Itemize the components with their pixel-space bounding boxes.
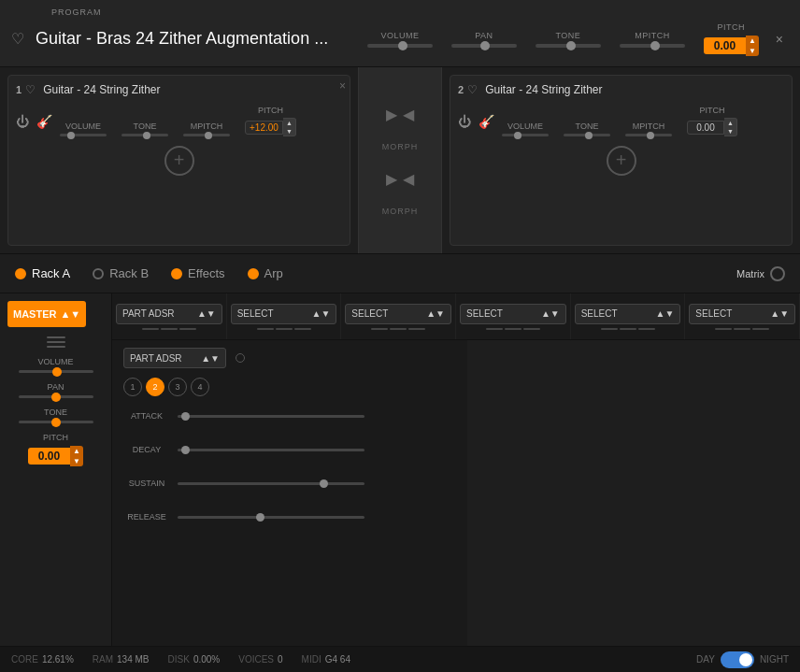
layer-1-pitch-up[interactable]: ▲ <box>283 119 295 127</box>
left-tone-slider[interactable] <box>19 421 93 423</box>
layer-1-pitch-down[interactable]: ▼ <box>283 127 295 136</box>
layer-1-close[interactable]: × <box>339 79 346 93</box>
left-pitch-down[interactable]: ▼ <box>70 456 83 466</box>
decay-slider[interactable] <box>178 449 364 451</box>
disk-label: DISK <box>168 654 190 665</box>
effect-chevron-5: ▲▼ <box>770 308 789 319</box>
layer-2-pitch-up[interactable]: ▲ <box>724 119 736 127</box>
attack-slider[interactable] <box>178 415 364 418</box>
effect-line-1-1 <box>257 328 274 330</box>
tab-arp[interactable]: Arp <box>248 266 283 280</box>
effect-line-4-1 <box>601 328 618 330</box>
part-adsr-chevron: ▲▼ <box>201 353 220 364</box>
effect-slot-3: SELECT ▲▼ <box>456 293 571 339</box>
morph-left-arrow[interactable]: ▶ <box>386 106 397 123</box>
morph-arrows-bottom: ▶ ◀ <box>386 170 414 188</box>
add-layer-1-button[interactable]: + <box>164 146 194 176</box>
nav-tabs: Rack A Rack B Effects Arp Matrix <box>0 254 800 293</box>
mpitch-label: MPITCH <box>635 31 670 40</box>
part-dot-4[interactable]: 4 <box>191 378 209 396</box>
pan-slider[interactable] <box>451 44 517 48</box>
effect-line-1-2 <box>276 328 293 330</box>
layer-1-pitch: PITCH +12.00 ▲ ▼ <box>245 106 296 136</box>
layer-2-power[interactable]: ⏻ <box>458 114 471 129</box>
layer-2-vol-slider[interactable] <box>502 134 549 136</box>
volume-slider[interactable] <box>367 44 433 48</box>
midi-label: MIDI <box>302 654 321 665</box>
effect-select-1[interactable]: SELECT ▲▼ <box>231 304 337 324</box>
effect-select-5[interactable]: SELECT ▲▼ <box>689 304 795 324</box>
sustain-slider[interactable] <box>178 482 364 485</box>
morph-right-arrow-2[interactable]: ◀ <box>403 170 414 188</box>
left-tone-thumb <box>51 418 61 427</box>
effect-slot-2: SELECT ▲▼ <box>341 293 456 339</box>
adsr-area: PART ADSR ▲▼ 1 2 3 4 <box>112 340 800 646</box>
part-dot-1[interactable]: 1 <box>123 378 142 396</box>
morph-right-arrow[interactable]: ◀ <box>403 106 414 123</box>
ram-value: 134 MB <box>117 654 149 665</box>
effect-select-3[interactable]: SELECT ▲▼ <box>460 304 566 324</box>
layer-1-tone-slider[interactable] <box>121 134 168 136</box>
tone-slider[interactable] <box>536 44 601 48</box>
left-pitch-up[interactable]: ▲ <box>70 446 83 456</box>
tab-effects[interactable]: Effects <box>171 266 225 280</box>
master-lines <box>7 336 104 348</box>
rack-b-dot <box>93 268 104 279</box>
left-volume-slider[interactable] <box>19 370 93 373</box>
effect-select-0[interactable]: PART ADSR ▲▼ <box>116 304 222 324</box>
effect-chevron-1: ▲▼ <box>312 308 331 319</box>
attack-label: ATTACK <box>123 411 170 421</box>
tab-rack-b[interactable]: Rack B <box>93 266 149 280</box>
layer-2-favorite[interactable]: ♡ <box>467 83 478 96</box>
effect-select-4[interactable]: SELECT ▲▼ <box>575 304 681 324</box>
part-dot-2[interactable]: 2 <box>146 378 164 396</box>
left-pan-slider[interactable] <box>19 395 93 398</box>
layer-1-power[interactable]: ⏻ <box>16 114 29 129</box>
core-value: 12.61% <box>42 654 74 665</box>
effect-select-2[interactable]: SELECT ▲▼ <box>345 304 451 324</box>
morph-panel: ▶ ◀ MORPH ▶ ◀ MORPH <box>358 67 442 253</box>
pitch-control: PITCH 0.00 ▲ ▼ <box>704 22 759 56</box>
attack-row: ATTACK <box>123 402 456 430</box>
layer-1-vol-slider[interactable] <box>60 134 107 136</box>
layer-2-tone: TONE <box>564 122 610 136</box>
core-status: CORE 12.61% <box>11 654 74 665</box>
layer-1-mpitch-slider[interactable] <box>183 134 230 136</box>
close-button[interactable]: × <box>770 28 789 50</box>
layer-2-icon: 🎸 <box>479 114 494 129</box>
add-layer-2-button[interactable]: + <box>607 146 636 176</box>
day-label: DAY <box>696 654 715 665</box>
effect-line-0-1 <box>142 328 159 330</box>
arp-label: Arp <box>264 266 283 280</box>
layer-1-favorite[interactable]: ♡ <box>25 83 36 96</box>
layer-2-controls: ⏻ 🎸 VOLUME TONE MPITCH PITCH <box>458 106 784 136</box>
effect-label-5: SELECT <box>695 308 732 319</box>
core-label: CORE <box>11 654 38 665</box>
effects-panel: PART ADSR ▲▼ SELECT ▲▼ <box>112 293 800 646</box>
part-adsr-select[interactable]: PART ADSR ▲▼ <box>123 348 226 368</box>
pitch-up-arrow[interactable]: ▲ <box>746 36 759 46</box>
master-label: MASTER <box>13 308 56 320</box>
part-dot-3[interactable]: 3 <box>168 378 187 396</box>
layer-1-tone-label: TONE <box>134 122 157 131</box>
pitch-down-arrow[interactable]: ▼ <box>746 46 759 56</box>
midi-value: G4 64 <box>325 654 350 665</box>
day-night-switch[interactable] <box>721 651 754 668</box>
morph-left-arrow-2[interactable]: ▶ <box>386 170 397 188</box>
layer-2-mpitch-slider[interactable] <box>625 134 672 136</box>
master-select[interactable]: MASTER ▲▼ <box>7 301 86 327</box>
tab-rack-a[interactable]: Rack A <box>15 266 70 280</box>
left-pitch-arrows: ▲ ▼ <box>70 446 83 466</box>
decay-label: DECAY <box>123 445 170 454</box>
effect-chevron-0: ▲▼ <box>197 308 216 319</box>
pan-label: PAN <box>475 31 493 40</box>
release-slider[interactable] <box>178 516 364 519</box>
effect-line-2-1 <box>371 328 388 330</box>
layer-2-pitch-down[interactable]: ▼ <box>724 127 736 136</box>
favorite-button[interactable]: ♡ <box>11 30 24 48</box>
layer-2-tone-slider[interactable] <box>564 134 610 136</box>
mpitch-slider[interactable] <box>620 44 685 48</box>
layer-1-tone: TONE <box>121 122 168 136</box>
layer-1-header: 1 ♡ Guitar - 24 String Zither <box>16 83 342 96</box>
matrix-tab[interactable]: Matrix <box>736 266 785 281</box>
